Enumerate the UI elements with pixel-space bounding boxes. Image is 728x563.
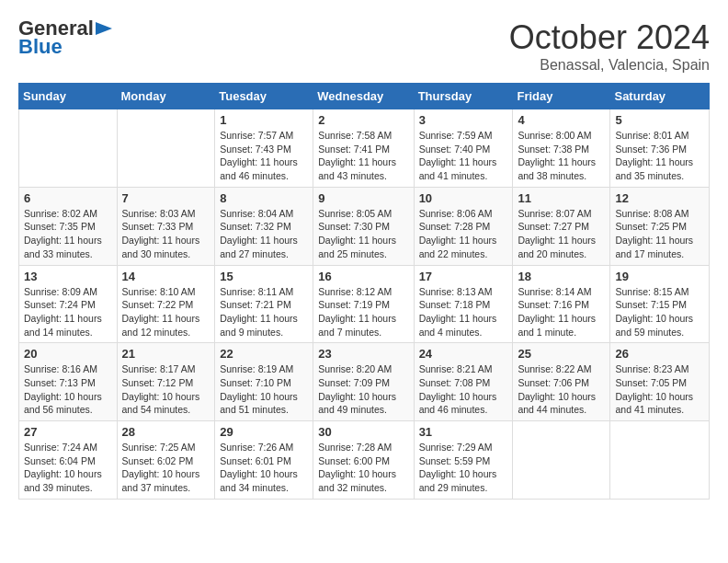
location: Benassal, Valencia, Spain — [509, 57, 710, 74]
cell-content: Sunrise: 8:19 AM Sunset: 7:10 PM Dayligh… — [220, 362, 308, 417]
cell-content: Sunrise: 8:09 AM Sunset: 7:24 PM Dayligh… — [24, 285, 112, 339]
calendar-week-row: 6Sunrise: 8:02 AM Sunset: 7:35 PM Daylig… — [19, 187, 710, 265]
day-number: 9 — [318, 191, 408, 205]
calendar-cell: 3Sunrise: 7:59 AM Sunset: 7:40 PM Daylig… — [414, 109, 513, 188]
day-header-friday: Friday — [513, 84, 610, 109]
cell-content: Sunrise: 8:12 AM Sunset: 7:19 PM Dayligh… — [318, 285, 408, 339]
calendar-cell — [19, 109, 118, 188]
calendar-cell: 7Sunrise: 8:03 AM Sunset: 7:33 PM Daylig… — [117, 187, 215, 265]
day-number: 6 — [24, 191, 112, 205]
calendar-week-row: 13Sunrise: 8:09 AM Sunset: 7:24 PM Dayli… — [19, 265, 710, 343]
cell-content: Sunrise: 7:25 AM Sunset: 6:02 PM Dayligh… — [122, 441, 210, 495]
day-number: 8 — [220, 191, 308, 205]
day-number: 19 — [615, 270, 704, 283]
calendar-cell: 25Sunrise: 8:22 AM Sunset: 7:06 PM Dayli… — [513, 343, 610, 421]
day-number: 25 — [518, 347, 605, 361]
calendar-cell: 18Sunrise: 8:14 AM Sunset: 7:16 PM Dayli… — [513, 265, 610, 343]
cell-content: Sunrise: 7:59 AM Sunset: 7:40 PM Dayligh… — [419, 129, 508, 183]
calendar-cell — [117, 109, 215, 188]
calendar-cell: 22Sunrise: 8:19 AM Sunset: 7:10 PM Dayli… — [215, 343, 313, 421]
day-number: 2 — [318, 113, 408, 127]
calendar-cell: 11Sunrise: 8:07 AM Sunset: 7:27 PM Dayli… — [513, 187, 610, 265]
day-header-wednesday: Wednesday — [313, 84, 414, 109]
title-block: October 2024 Benassal, Valencia, Spain — [509, 18, 710, 74]
cell-content: Sunrise: 8:20 AM Sunset: 7:09 PM Dayligh… — [318, 362, 408, 417]
cell-content: Sunrise: 8:17 AM Sunset: 7:12 PM Dayligh… — [122, 362, 210, 417]
day-number: 21 — [122, 347, 210, 361]
day-header-monday: Monday — [117, 84, 215, 109]
cell-content: Sunrise: 8:16 AM Sunset: 7:13 PM Dayligh… — [24, 362, 112, 417]
calendar-cell: 17Sunrise: 8:13 AM Sunset: 7:18 PM Dayli… — [414, 265, 513, 343]
day-number: 1 — [220, 113, 308, 127]
calendar-cell: 30Sunrise: 7:28 AM Sunset: 6:00 PM Dayli… — [313, 421, 414, 500]
calendar-week-row: 20Sunrise: 8:16 AM Sunset: 7:13 PM Dayli… — [19, 343, 710, 421]
day-number: 13 — [24, 270, 112, 283]
day-number: 4 — [518, 113, 605, 127]
day-number: 10 — [419, 191, 508, 205]
cell-content: Sunrise: 8:03 AM Sunset: 7:33 PM Dayligh… — [122, 207, 210, 261]
cell-content: Sunrise: 8:00 AM Sunset: 7:38 PM Dayligh… — [518, 129, 605, 183]
day-header-saturday: Saturday — [610, 84, 710, 109]
cell-content: Sunrise: 8:05 AM Sunset: 7:30 PM Dayligh… — [318, 207, 408, 261]
day-header-thursday: Thursday — [414, 84, 513, 109]
day-number: 26 — [615, 347, 704, 361]
day-number: 27 — [24, 425, 112, 439]
day-header-sunday: Sunday — [19, 84, 118, 109]
calendar-cell: 10Sunrise: 8:06 AM Sunset: 7:28 PM Dayli… — [414, 187, 513, 265]
cell-content: Sunrise: 8:14 AM Sunset: 7:16 PM Dayligh… — [518, 285, 605, 339]
cell-content: Sunrise: 8:02 AM Sunset: 7:35 PM Dayligh… — [24, 207, 112, 261]
day-number: 24 — [419, 347, 508, 361]
calendar-cell: 13Sunrise: 8:09 AM Sunset: 7:24 PM Dayli… — [19, 265, 118, 343]
calendar-cell: 15Sunrise: 8:11 AM Sunset: 7:21 PM Dayli… — [215, 265, 313, 343]
day-number: 3 — [419, 113, 508, 127]
calendar-cell — [513, 421, 610, 500]
cell-content: Sunrise: 8:23 AM Sunset: 7:05 PM Dayligh… — [615, 362, 704, 417]
calendar-cell: 1Sunrise: 7:57 AM Sunset: 7:43 PM Daylig… — [215, 109, 313, 188]
calendar-week-row: 1Sunrise: 7:57 AM Sunset: 7:43 PM Daylig… — [19, 109, 710, 188]
calendar-cell: 29Sunrise: 7:26 AM Sunset: 6:01 PM Dayli… — [215, 421, 313, 500]
cell-content: Sunrise: 8:06 AM Sunset: 7:28 PM Dayligh… — [419, 207, 508, 261]
day-header-tuesday: Tuesday — [215, 84, 313, 109]
day-number: 28 — [122, 425, 210, 439]
day-number: 22 — [220, 347, 308, 361]
calendar-cell: 21Sunrise: 8:17 AM Sunset: 7:12 PM Dayli… — [117, 343, 215, 421]
day-number: 15 — [220, 270, 308, 283]
calendar-cell: 9Sunrise: 8:05 AM Sunset: 7:30 PM Daylig… — [313, 187, 414, 265]
cell-content: Sunrise: 7:28 AM Sunset: 6:00 PM Dayligh… — [318, 441, 408, 495]
day-number: 29 — [220, 425, 308, 439]
day-number: 5 — [615, 113, 704, 127]
cell-content: Sunrise: 8:21 AM Sunset: 7:08 PM Dayligh… — [419, 362, 508, 417]
day-number: 11 — [518, 191, 605, 205]
cell-content: Sunrise: 8:15 AM Sunset: 7:15 PM Dayligh… — [615, 285, 704, 339]
cell-content: Sunrise: 8:07 AM Sunset: 7:27 PM Dayligh… — [518, 207, 605, 261]
calendar-cell: 2Sunrise: 7:58 AM Sunset: 7:41 PM Daylig… — [313, 109, 414, 188]
calendar-cell: 19Sunrise: 8:15 AM Sunset: 7:15 PM Dayli… — [610, 265, 710, 343]
logo-blue: Blue — [18, 37, 63, 57]
calendar-cell: 26Sunrise: 8:23 AM Sunset: 7:05 PM Dayli… — [610, 343, 710, 421]
cell-content: Sunrise: 7:29 AM Sunset: 5:59 PM Dayligh… — [419, 441, 508, 495]
calendar-cell: 31Sunrise: 7:29 AM Sunset: 5:59 PM Dayli… — [414, 421, 513, 500]
page-header: General Blue October 2024 Benassal, Vale… — [18, 18, 710, 74]
calendar-cell: 12Sunrise: 8:08 AM Sunset: 7:25 PM Dayli… — [610, 187, 710, 265]
calendar-week-row: 27Sunrise: 7:24 AM Sunset: 6:04 PM Dayli… — [19, 421, 710, 500]
month-title: October 2024 — [509, 18, 710, 57]
calendar-cell: 14Sunrise: 8:10 AM Sunset: 7:22 PM Dayli… — [117, 265, 215, 343]
calendar-cell: 16Sunrise: 8:12 AM Sunset: 7:19 PM Dayli… — [313, 265, 414, 343]
cell-content: Sunrise: 8:10 AM Sunset: 7:22 PM Dayligh… — [122, 285, 210, 339]
calendar-cell — [610, 421, 710, 500]
day-number: 12 — [615, 191, 704, 205]
cell-content: Sunrise: 8:01 AM Sunset: 7:36 PM Dayligh… — [615, 129, 704, 183]
calendar-cell: 8Sunrise: 8:04 AM Sunset: 7:32 PM Daylig… — [215, 187, 313, 265]
calendar-cell: 5Sunrise: 8:01 AM Sunset: 7:36 PM Daylig… — [610, 109, 710, 188]
day-number: 30 — [318, 425, 408, 439]
cell-content: Sunrise: 8:04 AM Sunset: 7:32 PM Dayligh… — [220, 207, 308, 261]
day-number: 17 — [419, 270, 508, 283]
cell-content: Sunrise: 7:57 AM Sunset: 7:43 PM Dayligh… — [220, 129, 308, 183]
cell-content: Sunrise: 8:08 AM Sunset: 7:25 PM Dayligh… — [615, 207, 704, 261]
day-number: 18 — [518, 270, 605, 283]
cell-content: Sunrise: 8:13 AM Sunset: 7:18 PM Dayligh… — [419, 285, 508, 339]
calendar-cell: 27Sunrise: 7:24 AM Sunset: 6:04 PM Dayli… — [19, 421, 118, 500]
calendar-cell: 20Sunrise: 8:16 AM Sunset: 7:13 PM Dayli… — [19, 343, 118, 421]
calendar-cell: 4Sunrise: 8:00 AM Sunset: 7:38 PM Daylig… — [513, 109, 610, 188]
cell-content: Sunrise: 7:58 AM Sunset: 7:41 PM Dayligh… — [318, 129, 408, 183]
